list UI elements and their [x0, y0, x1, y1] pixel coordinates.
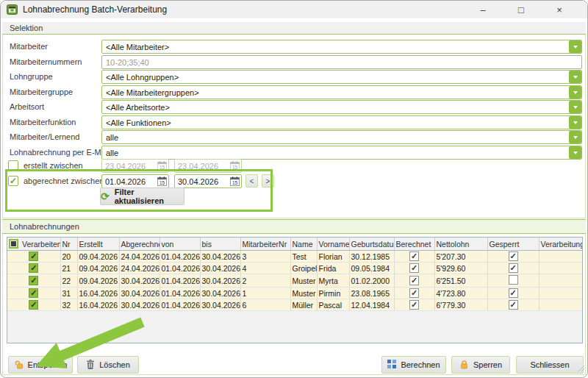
gesperrt-checkbox[interactable] — [509, 275, 518, 285]
verarbeiten-checkbox[interactable]: ✓ — [29, 276, 38, 285]
mitarbeiter-lernend-dropdown[interactable]: alle — [101, 130, 582, 144]
chevron-down-icon[interactable] — [569, 71, 581, 83]
filter-button-label: Filter aktualisieren — [115, 188, 184, 205]
table-row[interactable]: ✓2109.04.202624.04.202601.04.202630.04.2… — [7, 263, 582, 274]
checkbox-cell: ✓ — [394, 274, 434, 288]
berechnet-checkbox[interactable]: ✓ — [409, 276, 419, 285]
window-title: Lohnabrechnung Batch-Verarbeitung — [23, 4, 167, 15]
table-cell: Florian — [317, 251, 349, 263]
berechnet-checkbox[interactable]: ✓ — [409, 263, 419, 273]
loeschen-button[interactable]: Löschen — [77, 356, 139, 374]
field-label: Arbeitsort — [10, 102, 44, 111]
table-row[interactable]: ✓3116.04.202630.04.202601.04.202630.04.2… — [7, 288, 582, 299]
column-header-berechnet[interactable]: Berechnet — [394, 238, 434, 251]
date-value: 01.04.2026 — [102, 177, 157, 186]
gesperrt-checkbox[interactable]: ✓ — [509, 252, 518, 261]
column-header-verarbeiten[interactable]: Verarbeiten — [7, 238, 60, 251]
close-button[interactable]: × — [545, 1, 574, 18]
table-cell: 09.04.2026 — [77, 263, 119, 274]
maximize-button[interactable]: □ — [506, 1, 536, 18]
column-header-von[interactable]: von — [159, 238, 200, 251]
field-label: Mitarbeiterfunktion — [10, 118, 76, 126]
verarbeiten-checkbox[interactable]: ✓ — [29, 288, 38, 298]
berechnen-button[interactable]: Berechnen — [381, 356, 446, 374]
column-header-mitarbeiternr[interactable]: MitarbeiterNr — [240, 238, 290, 251]
dropdown-value: alle — [102, 133, 569, 142]
mitarbeitergruppe-dropdown[interactable]: <Alle Mitarbeitergruppen> — [101, 85, 582, 99]
calendar-icon[interactable]: 15 — [157, 161, 167, 171]
checkbox-cell: ✓ — [487, 288, 539, 299]
table-row[interactable]: ✓2209.04.202630.04.202601.04.202630.04.2… — [7, 274, 582, 288]
calendar-icon[interactable]: 15 — [230, 176, 240, 186]
section-title: Lohnabrechnungen — [10, 222, 79, 231]
lock-icon — [459, 360, 469, 371]
table-cell: 01.04.2026 — [159, 274, 200, 288]
mitarbeiterfunktion-dropdown[interactable]: <Alle Funktionen> — [101, 115, 582, 129]
mitarbeiternummern-input[interactable]: 10-20;35;40 — [101, 55, 582, 69]
gesperrt-checkbox[interactable]: ✓ — [509, 263, 518, 273]
verarbeiten-checkbox[interactable]: ✓ — [29, 252, 38, 261]
table-cell: 3 — [240, 251, 290, 263]
column-header-name[interactable]: Name — [290, 238, 317, 251]
previous-period-button[interactable]: < — [245, 174, 258, 188]
erstellt-bis-datefield[interactable]: 23.04.2026 15 — [174, 159, 242, 173]
selektion-section-header: Selektion — [2, 22, 586, 35]
column-header-vorname[interactable]: Vorname — [317, 238, 349, 251]
chevron-down-icon[interactable] — [569, 101, 581, 113]
berechnet-checkbox[interactable]: ✓ — [409, 300, 419, 310]
column-header-verarbeitung[interactable]: Verarbeitung — [539, 238, 582, 251]
erstellt-zwischen-checkbox[interactable] — [8, 160, 18, 171]
field-label: Mitarbeiter/Lernend — [10, 132, 79, 141]
column-header-nr[interactable]: Nr — [60, 238, 77, 251]
column-header-gesperrt[interactable]: Gesperrt — [487, 238, 539, 251]
dropdown-value: <Alle Funktionen> — [102, 118, 569, 127]
gesperrt-checkbox[interactable]: ✓ — [509, 288, 518, 298]
entsperren-button[interactable]: Entsperren — [8, 356, 73, 374]
column-header-bis[interactable]: bis — [200, 238, 240, 251]
verarbeiten-checkbox[interactable]: ✓ — [29, 300, 38, 310]
sperren-button[interactable]: Sperren — [451, 356, 510, 374]
abgerechnet-von-datefield[interactable]: 01.04.2026 15 — [101, 174, 169, 188]
select-all-checkbox[interactable] — [9, 239, 18, 249]
calendar-icon[interactable]: 15 — [230, 161, 240, 171]
next-period-button[interactable]: > — [262, 174, 274, 188]
table-cell: 30.04.2026 — [200, 251, 240, 263]
column-header-geburtsdatum[interactable]: Geburtsdatum — [349, 238, 394, 251]
chevron-down-icon[interactable] — [569, 40, 581, 53]
button-label: Schliessen — [530, 360, 569, 369]
dropdown-value: <Alle Mitarbeitergruppen> — [102, 88, 569, 97]
minimize-button[interactable]: – — [468, 1, 498, 18]
schliessen-button[interactable]: Schliessen — [516, 356, 584, 374]
table-row[interactable]: ✓3216.04.202630.04.202601.04.202630.04.2… — [7, 299, 582, 311]
column-header-nettolohn[interactable]: Nettolohn — [434, 238, 487, 251]
resize-grip[interactable] — [578, 362, 585, 375]
chevron-down-icon[interactable] — [569, 131, 581, 143]
column-header-abgerechnet[interactable]: Abgerechnet — [119, 238, 159, 251]
table-cell: Myrta — [317, 274, 349, 288]
table-cell: 4 — [240, 263, 290, 274]
lohngruppe-dropdown[interactable]: <Alle Lohngruppen> — [101, 70, 582, 84]
abgerechnet-zwischen-checkbox[interactable]: ✓ — [8, 176, 18, 186]
table-cell: 1 — [240, 288, 290, 299]
gesperrt-checkbox[interactable]: ✓ — [509, 300, 518, 310]
berechnet-checkbox[interactable]: ✓ — [409, 252, 419, 261]
calendar-icon[interactable]: 15 — [157, 176, 167, 186]
chevron-down-icon[interactable] — [569, 116, 581, 129]
titlebar[interactable]: Lohnabrechnung Batch-Verarbeitung – □ × — [1, 1, 587, 18]
date-value: 23.04.2026 — [175, 162, 230, 171]
lohnabrechnung-email-dropdown[interactable]: alle — [101, 146, 582, 160]
payroll-table[interactable]: Verarbeiten Nr Erstellt Abgerechnet von … — [7, 237, 583, 343]
erstellt-von-datefield[interactable]: 23.04.2026 15 — [101, 159, 169, 173]
arbeitsort-dropdown[interactable]: <Alle Arbeitsorte> — [101, 100, 582, 114]
chevron-down-icon[interactable] — [569, 146, 581, 159]
mitarbeiter-dropdown[interactable]: <Alle Mitarbeiter> — [101, 40, 582, 54]
column-header-erstellt[interactable]: Erstellt — [77, 238, 119, 251]
abgerechnet-bis-datefield[interactable]: 30.04.2026 15 — [174, 174, 242, 188]
section-title: Selektion — [10, 24, 43, 32]
table-cell: 01.04.2026 — [159, 251, 200, 263]
filter-aktualisieren-button[interactable]: ⟳ Filter aktualisieren — [100, 188, 184, 205]
berechnet-checkbox[interactable]: ✓ — [409, 288, 419, 298]
table-row[interactable]: ✓2009.04.202624.04.202601.04.202630.04.2… — [7, 251, 582, 263]
chevron-down-icon[interactable] — [569, 86, 581, 99]
verarbeiten-checkbox[interactable]: ✓ — [29, 263, 38, 273]
